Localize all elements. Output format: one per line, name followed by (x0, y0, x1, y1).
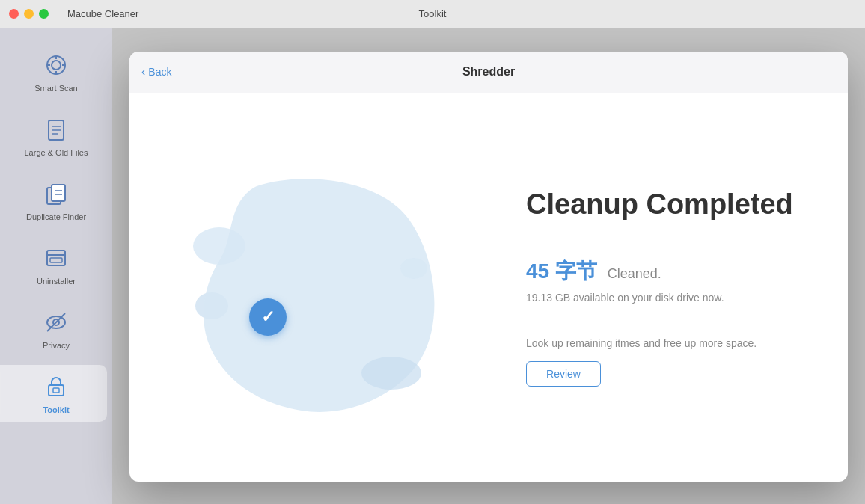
back-button[interactable]: ‹ Back (141, 65, 171, 79)
review-button-label: Review (546, 368, 581, 380)
divider-1 (526, 239, 810, 239)
blob-container: ✓ (167, 156, 451, 418)
back-label: Back (148, 66, 171, 78)
maximize-button[interactable] (39, 9, 49, 19)
available-text: 19.13 GB available on your disk drive no… (526, 292, 810, 304)
svg-point-1 (52, 61, 61, 70)
svg-rect-20 (49, 385, 64, 396)
sidebar-label-privacy: Privacy (43, 341, 70, 350)
title-bar: Macube Cleaner Toolkit (0, 0, 865, 28)
modal-overlay: ‹ Back Shredder (112, 28, 865, 504)
cleaned-amount-value: 45 字节 (526, 259, 597, 283)
cleanup-title: Cleanup Completed (526, 188, 810, 221)
sidebar: Smart Scan Large & Old Files (0, 28, 112, 504)
large-old-files-icon (42, 115, 70, 144)
sidebar-item-toolkit[interactable]: Toolkit (0, 365, 107, 422)
sidebar-item-large-old-files[interactable]: Large & Old Files (11, 108, 101, 165)
privacy-icon (42, 308, 70, 336)
sidebar-label-duplicate-finder: Duplicate Finder (26, 212, 86, 221)
checkmark-badge: ✓ (249, 298, 287, 336)
app-name: Macube Cleaner (67, 8, 138, 19)
svg-rect-11 (52, 185, 65, 201)
sidebar-label-smart-scan: Smart Scan (34, 84, 77, 93)
svg-point-24 (361, 357, 421, 390)
close-button[interactable] (9, 9, 19, 19)
sidebar-label-toolkit: Toolkit (43, 405, 69, 414)
blob-background (167, 156, 451, 418)
minimize-button[interactable] (24, 9, 34, 19)
toolkit-icon (42, 372, 70, 401)
review-button[interactable]: Review (526, 361, 601, 387)
modal-title: Shredder (462, 65, 515, 79)
content-side: Cleanup Completed 45 字节 Cleaned. 19.13 G… (489, 159, 848, 417)
modal-header: ‹ Back Shredder (129, 52, 848, 93)
cleaned-amount: 45 字节 (526, 259, 603, 283)
svg-rect-21 (53, 388, 59, 393)
sidebar-item-duplicate-finder[interactable]: Duplicate Finder (11, 172, 101, 229)
checkmark-icon: ✓ (261, 307, 275, 327)
traffic-lights (9, 9, 49, 19)
back-chevron-icon: ‹ (141, 65, 145, 79)
svg-rect-16 (50, 258, 62, 262)
smart-scan-icon (42, 51, 70, 79)
cta-text: Look up remaining itmes and free up more… (526, 337, 810, 349)
sidebar-item-smart-scan[interactable]: Smart Scan (11, 43, 101, 100)
sidebar-label-uninstaller: Uninstaller (37, 277, 76, 286)
main-content: ‹ Back Shredder (112, 28, 865, 504)
illustration-side: ✓ (129, 93, 489, 482)
modal-body: ✓ Cleanup Completed 45 字节 Cleaned. (129, 93, 848, 482)
app-container: Smart Scan Large & Old Files (0, 28, 865, 504)
divider-2 (526, 322, 810, 322)
sidebar-label-large-old-files: Large & Old Files (25, 148, 88, 157)
window-title: Toolkit (419, 8, 447, 19)
stats-row: 45 字节 Cleaned. (526, 257, 810, 286)
svg-point-25 (400, 258, 427, 279)
uninstaller-icon (42, 244, 70, 272)
modal-dialog: ‹ Back Shredder (129, 52, 848, 482)
duplicate-finder-icon (42, 179, 70, 208)
cleaned-label: Cleaned. (608, 266, 661, 281)
sidebar-item-privacy[interactable]: Privacy (11, 301, 101, 357)
sidebar-item-uninstaller[interactable]: Uninstaller (11, 236, 101, 293)
